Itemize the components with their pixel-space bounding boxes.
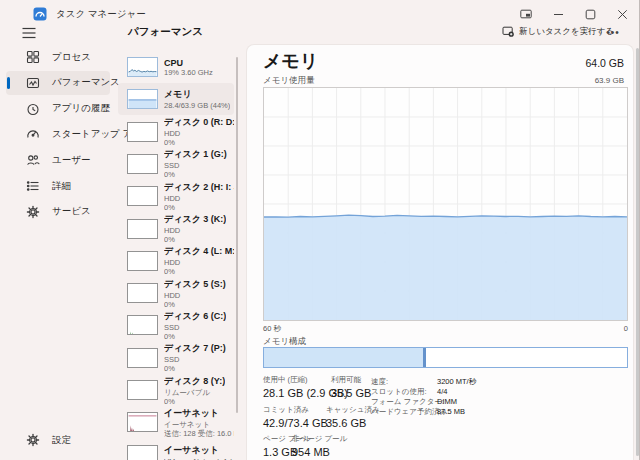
perf-item-detail: HDD [164, 194, 234, 203]
chart-x-axis: 60 秒 0 [263, 324, 628, 334]
stat-value: 42.9/73.4 GB [263, 417, 328, 429]
memory-title: メモリ [263, 49, 318, 73]
sidebar-item-label: ユーザー [52, 154, 90, 167]
detail-value: 3200 MT/秒 [437, 377, 476, 386]
perf-item-title: ディスク 6 (C:) [164, 310, 226, 323]
detail-label: スロットの使用: [371, 387, 437, 397]
perf-item-title: CPU [164, 58, 213, 68]
memory-detail-0: 速度:3200 MT/秒 [371, 377, 476, 387]
detail-value: 87.5 MB [437, 407, 465, 416]
perf-item-detail: 28.4/63.9 GB (44%) [164, 101, 230, 110]
perf-item-detail: VMware Network Adapt... [164, 457, 234, 460]
memory-usage-chart [263, 87, 628, 321]
perf-list-item-1[interactable]: メモリ28.4/63.9 GB (44%) [118, 83, 234, 115]
composition-divider [423, 348, 426, 367]
perf-item-title: ディスク 3 (K:) [164, 213, 226, 226]
performance-list: CPU19% 3.60 GHzメモリ28.4/63.9 GB (44%)ディスク… [118, 0, 236, 460]
perf-list-item-12[interactable]: イーサネットVMware Network Adapt... [118, 439, 234, 460]
disk-thumbnail [127, 219, 158, 239]
perf-item-detail: 0% [164, 397, 225, 406]
memory-usage-label: メモリ使用量 [263, 75, 315, 87]
sidebar-item-4[interactable]: ユーザー [6, 148, 110, 172]
sidebar-item-6[interactable]: サービス [6, 200, 110, 224]
sidebar-item-5[interactable]: 詳細 [6, 174, 110, 198]
empty-thumbnail [127, 445, 158, 460]
detail-label: ハードウェア予約済み: [371, 407, 437, 417]
disk-thumbnail [127, 186, 158, 206]
memory-stat-1: 利用可能35.5 GB [331, 375, 371, 399]
perf-item-detail: イーサネット [164, 420, 234, 429]
hamburger-menu-icon[interactable] [22, 24, 46, 42]
disk-thumbnail [127, 154, 158, 174]
settings-label: 設定 [52, 434, 71, 447]
memory-detail-1: スロットの使用:4/4 [371, 387, 447, 397]
perf-list-item-11[interactable]: イーサネットイーサネット送信: 128 受信: 16.0 Kbps [118, 406, 234, 438]
performance-icon [26, 76, 40, 90]
disk-thumbnail [127, 122, 158, 142]
more-options-button[interactable]: ••• [600, 23, 626, 41]
processes-icon [26, 50, 40, 64]
perf-item-title: イーサネット [164, 407, 234, 420]
composition-in-use-segment [264, 348, 423, 367]
disk-thumbnail [127, 251, 158, 271]
stat-label: コミット済み [263, 405, 328, 415]
perf-item-title: ディスク 5 (S:) [164, 278, 226, 291]
perf-item-title: ディスク 4 (L: M: N: O:) [164, 245, 234, 258]
sidebar-item-0[interactable]: プロセス [6, 45, 110, 69]
perf-item-detail: リムーバブル [164, 388, 225, 397]
perf-item-detail: HDD [164, 258, 234, 267]
perf-item-detail: SSD [164, 161, 227, 170]
perf-item-detail: 0% [164, 267, 234, 276]
detail-value: DIMM [437, 397, 457, 406]
sidebar-item-1[interactable]: パフォーマンス [6, 71, 110, 95]
detail-label: 速度: [371, 377, 437, 387]
stat-value: 35.6 GB [326, 417, 380, 429]
memory-detail-2: フォーム ファクター:DIMM [371, 397, 457, 407]
stat-value: 954 MB [292, 446, 347, 458]
sidebar-item-label: アプリの履歴 [52, 102, 110, 115]
list-scrollbar[interactable] [236, 57, 238, 413]
sidebar-item-label: プロセス [52, 51, 91, 64]
perf-list-item-9[interactable]: ディスク 7 (P:)SSD0% [118, 342, 234, 374]
perf-list-item-0[interactable]: CPU19% 3.60 GHz [118, 51, 234, 83]
perf-list-item-7[interactable]: ディスク 5 (S:)HDD0% [118, 277, 234, 309]
sidebar-item-label: 詳細 [52, 180, 71, 193]
perf-item-detail: 0% [164, 170, 227, 179]
perf-item-detail: HDD [164, 291, 226, 300]
perf-list-item-10[interactable]: ディスク 8 (Y:)リムーバブル0% [118, 374, 234, 406]
axis-max-label: 63.9 GB [595, 76, 624, 85]
perf-item-detail: 19% 3.60 GHz [164, 68, 213, 77]
perf-item-detail: 0% [164, 138, 234, 147]
cpu-thumbnail [127, 57, 158, 77]
perf-item-detail: SSD [164, 355, 226, 364]
disk-active-thumbnail [127, 315, 158, 335]
perf-item-detail: 0% [164, 203, 234, 212]
disk-thumbnail [127, 283, 158, 303]
perf-item-detail: HDD [164, 129, 234, 138]
perf-list-item-4[interactable]: ディスク 2 (H: I: J:)HDD0% [118, 180, 234, 212]
run-new-task-icon [502, 25, 514, 39]
sidebar-item-2[interactable]: アプリの履歴 [6, 97, 110, 121]
memory-detail-3: ハードウェア予約済み:87.5 MB [371, 407, 465, 417]
perf-list-item-3[interactable]: ディスク 1 (G:)SSD0% [118, 148, 234, 180]
disk-thumbnail [127, 348, 158, 368]
memory-total: 64.0 GB [585, 57, 624, 69]
perf-item-title: ディスク 0 (R: D: E: F:) [164, 116, 234, 129]
perf-list-item-6[interactable]: ディスク 4 (L: M: N: O:)HDD0% [118, 245, 234, 277]
perf-item-detail: 0% [164, 332, 226, 341]
disk-thumbnail [127, 380, 158, 400]
detail-label: フォーム ファクター: [371, 397, 437, 407]
sidebar-item-settings[interactable]: 設定 [6, 428, 110, 452]
perf-item-title: ディスク 8 (Y:) [164, 375, 225, 388]
perf-list-item-5[interactable]: ディスク 3 (K:)HDD0% [118, 213, 234, 245]
memory-stat-5: 非ページ プール954 MB [292, 434, 347, 458]
memory-stat-2: コミット済み42.9/73.4 GB [263, 405, 328, 429]
history-icon [26, 102, 40, 116]
selection-pill [7, 77, 10, 89]
perf-list-item-8[interactable]: ディスク 6 (C:)SSD0% [118, 309, 234, 341]
ethernet-thumbnail [127, 412, 158, 432]
perf-item-detail: 0% [164, 364, 226, 373]
sidebar-item-3[interactable]: スタートアップ アプリ [6, 122, 110, 146]
perf-item-detail: 0% [164, 235, 226, 244]
perf-list-item-2[interactable]: ディスク 0 (R: D: E: F:)HDD0% [118, 116, 234, 148]
